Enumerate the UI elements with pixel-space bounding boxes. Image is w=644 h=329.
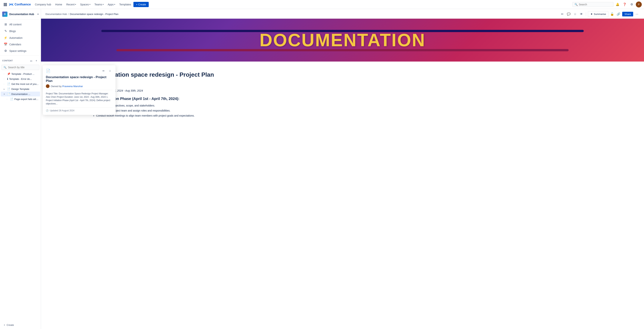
comment-icon[interactable]: 💬 — [566, 12, 571, 17]
pin-icon: 📌 — [7, 72, 10, 75]
tree-item-template-error[interactable]: · ℹ Template - Error do... — [1, 77, 40, 81]
nav-apps[interactable]: Apps ▾ — [106, 2, 117, 7]
search-box[interactable]: 🔍 — [572, 2, 614, 7]
notifications-icon[interactable]: 🔔 — [614, 2, 620, 8]
breadcrumb-actions: ✏ 💬 ☆ 👁 ✦ Summarise 🔓 🔗 Share ··· — [560, 11, 640, 17]
edit-icon[interactable]: ✏ — [560, 12, 565, 17]
create-page-item[interactable]: + Create — [2, 322, 38, 327]
tree-item-get-most-out[interactable]: · 📄 Get the most out of you... — [1, 82, 40, 86]
hover-card-page-icon: 📄 — [46, 69, 50, 73]
chevron-icon: · — [4, 83, 7, 85]
tree-item-documentation[interactable]: ▾ 📄 Documentation ... ··· + — [1, 92, 40, 96]
nav-recent[interactable]: Recent ▾ — [64, 2, 78, 7]
more-options-icon[interactable]: ··· — [634, 12, 640, 17]
bullet-item: Conduct kickoff meetings to align team m… — [96, 113, 629, 118]
owner-link[interactable]: Praveena Manohar — [62, 85, 83, 88]
sidebar-item-blogs[interactable]: ✎ Blogs + — [1, 28, 40, 34]
tree-item-design-template[interactable]: ▸ 📄 Design Template — [1, 87, 40, 91]
sidebar-item-automation[interactable]: ⚡ Automation — [1, 35, 40, 41]
sidebar-item-space-settings[interactable]: ⚙ Space settings — [1, 48, 40, 54]
svg-rect-8 — [6, 5, 7, 6]
sidebar-item-all-content[interactable]: ⊞ All content — [1, 21, 40, 28]
space-icon: D — [2, 12, 8, 17]
sidebar: D Documentation Hub ▾ ⊞ All content ✎ Bl… — [0, 9, 41, 329]
nav-teams[interactable]: Teams ▾ — [92, 2, 106, 7]
automation-icon: ⚡ — [4, 36, 8, 40]
tree-label: Template - Product ... — [11, 73, 38, 75]
clock-icon: 🕐 — [46, 109, 49, 112]
help-icon[interactable]: ❓ — [622, 2, 628, 8]
hover-card-owner: Owned by Praveena Manohar — [46, 84, 112, 88]
chevron-down-icon: ▾ — [4, 93, 7, 95]
plus-icon: + — [4, 323, 5, 326]
summarise-button[interactable]: ✦ Summarise — [588, 11, 608, 17]
chevron-icon: · — [4, 73, 7, 75]
nav-home[interactable]: Home — [53, 2, 64, 7]
summarise-label: Summarise — [594, 13, 606, 16]
hover-card-header: 📄 ✏ ☆ — [46, 68, 112, 74]
nav-spaces[interactable]: Spaces ▾ — [78, 2, 92, 7]
hover-card-footer: 🕐 Updated 28 August 2024 — [46, 107, 112, 112]
link-icon[interactable]: 🔗 — [616, 12, 621, 17]
page-content: 📄 ✏ ☆ Documentation space redesign - Pro… — [41, 62, 644, 129]
chevron-right-icon: ▸ — [4, 88, 7, 90]
chevron-icon: · — [7, 98, 10, 100]
page-icon: 📄 — [7, 88, 10, 91]
sidebar-search-box[interactable]: 🔍 — [2, 65, 39, 70]
blogs-label: Blogs — [9, 30, 16, 33]
sidebar-item-calendars[interactable]: 📅 Calendars — [1, 41, 40, 47]
automation-label: Automation — [9, 36, 22, 39]
owner-avatar — [46, 84, 50, 88]
grid-small-icon: ⊞ — [4, 23, 8, 26]
nav-links: Company hub Home Recent ▾ Spaces ▾ Teams… — [33, 2, 572, 7]
filter-icon[interactable]: ⚏ — [29, 58, 33, 63]
sidebar-search-icon: 🔍 — [4, 66, 6, 69]
svg-rect-0 — [4, 3, 5, 4]
settings-small-icon: ⚙ — [4, 49, 8, 53]
star-icon[interactable]: ☆ — [572, 12, 578, 17]
nav-company-hub[interactable]: Company hub — [33, 2, 53, 7]
hover-edit-icon[interactable]: ✏ — [101, 68, 106, 74]
sidebar-navigation: ⊞ All content ✎ Blogs + ⚡ Automation 📅 C… — [0, 20, 41, 56]
main-layout: D Documentation Hub ▾ ⊞ All content ✎ Bl… — [0, 9, 644, 329]
space-header[interactable]: D Documentation Hub ▾ — [0, 9, 41, 20]
grid-icon[interactable] — [2, 2, 8, 8]
main-content: Documentation Hub / Documentation space … — [41, 9, 644, 329]
nav-templates[interactable]: Templates — [118, 2, 133, 7]
divider — [586, 12, 586, 16]
breadcrumb: Documentation Hub / Documentation space … — [41, 9, 644, 19]
section1-heading: 1. Project Initiation Phase (April 1st -… — [86, 97, 629, 101]
tree-label: Page export fails with er... — [14, 98, 38, 101]
share-button[interactable]: Share — [622, 12, 633, 17]
settings-icon[interactable]: ⚙ — [629, 2, 635, 8]
owner-text: Owned by Praveena Manohar — [51, 85, 83, 88]
bullet-item: Assemble the project team and assign rol… — [96, 108, 629, 113]
add-content-icon[interactable]: + — [34, 58, 38, 63]
sidebar-search-input[interactable] — [8, 66, 37, 69]
hover-card-excerpt: Project Title: Documentation Space Redes… — [46, 90, 112, 105]
search-icon: 🔍 — [574, 3, 578, 6]
hover-star-icon[interactable]: ☆ — [107, 68, 112, 74]
hover-card: 📄 ✏ ☆ Documentation space redesign - Pro… — [43, 65, 116, 115]
no-restriction-icon[interactable]: 🔓 — [610, 12, 615, 17]
breadcrumb-space[interactable]: Documentation Hub — [46, 13, 67, 16]
topnav-right: 🔍 🔔 ❓ ⚙ P — [572, 2, 642, 8]
svg-rect-7 — [5, 5, 6, 6]
hover-card-title: Documentation space redesign - Project P… — [46, 75, 112, 83]
calendar-icon: 📅 — [4, 43, 8, 46]
create-button[interactable]: + Create — [134, 2, 149, 7]
watch-icon[interactable]: 👁 — [579, 12, 584, 17]
tree-item-template-product[interactable]: · 📌 Template - Product ... — [1, 72, 40, 76]
svg-rect-1 — [5, 3, 6, 4]
page-numbering: ⋮⋮ Page numbering is off — [86, 81, 629, 84]
tree-item-page-export[interactable]: · 📄 Page export fails with er... — [1, 97, 40, 102]
search-input[interactable] — [579, 3, 612, 6]
bullet-item: Define project objectives, scope, and st… — [96, 103, 629, 108]
top-navigation: Confluence Company hub Home Recent ▾ Spa… — [0, 0, 644, 9]
user-avatar[interactable]: P — [636, 2, 642, 8]
calendars-label: Calendars — [9, 43, 21, 46]
tree-label: Template - Error do... — [9, 78, 38, 80]
page-icon: 📄 — [7, 82, 10, 85]
content-section-label: CONTENT — [2, 60, 28, 62]
confluence-logo[interactable]: Confluence — [9, 2, 31, 7]
